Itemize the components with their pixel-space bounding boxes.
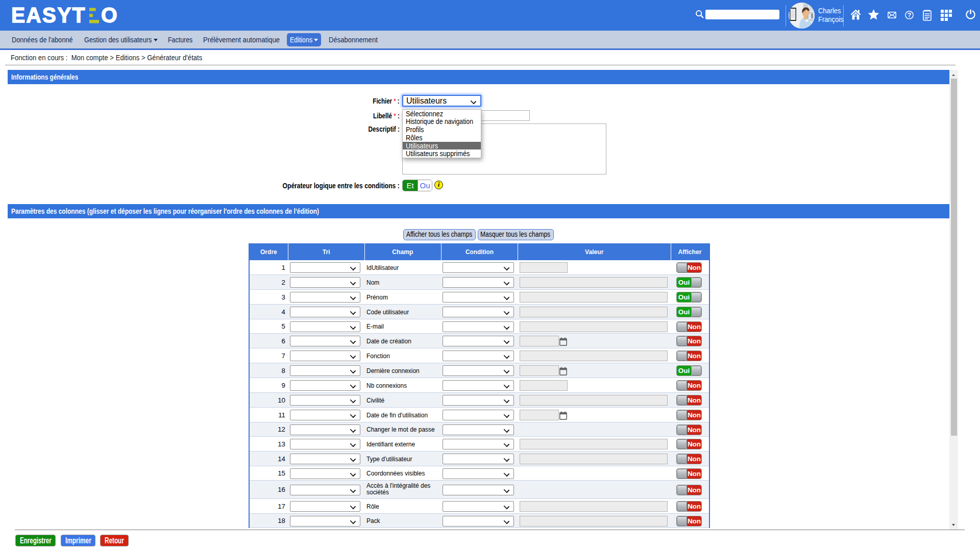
svg-text:?: ? — [908, 12, 912, 19]
